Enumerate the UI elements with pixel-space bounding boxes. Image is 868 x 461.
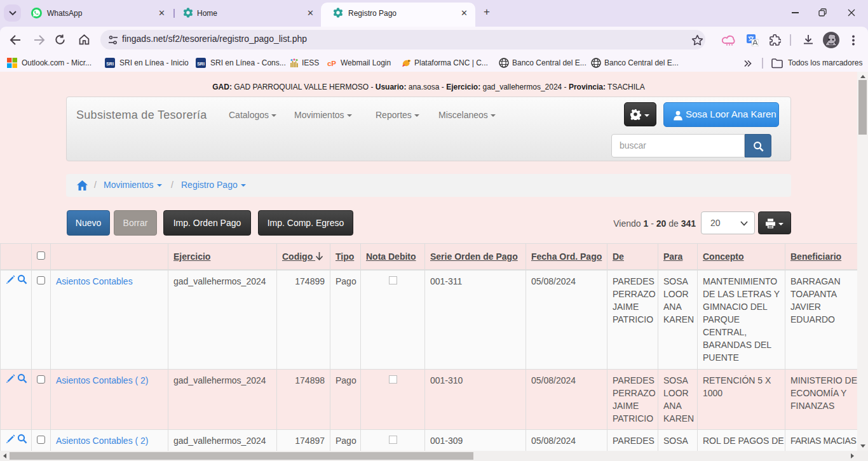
svg-text:cP: cP [327, 60, 336, 67]
svg-text:SRI: SRI [106, 62, 114, 66]
svg-text:SRI: SRI [197, 62, 205, 66]
